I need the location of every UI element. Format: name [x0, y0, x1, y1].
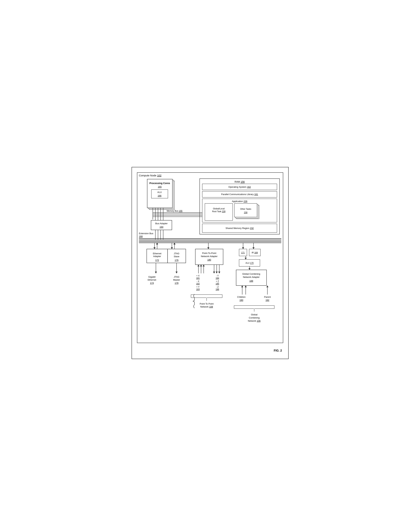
diagram-svg: Compute Node 102 RAM 156 Operating Syste… [135, 171, 285, 355]
ptp-up2-head [200, 264, 202, 266]
alu170-label: ALU 170 [245, 262, 254, 264]
children-ref: 190 [239, 299, 243, 301]
gcn-arrow2-head [252, 247, 254, 249]
jtag-master-label1: JTAG [174, 276, 179, 278]
jtag-slave-ref: 176 [175, 259, 178, 262]
gigabit-label1: Gigabit [148, 276, 156, 278]
alu-ref: 166 [157, 194, 161, 197]
cores-ref: 165 [158, 185, 162, 188]
gcna-label1: Global Combining [242, 273, 260, 275]
gcna-label2: Network Adapter [243, 276, 260, 278]
os-label: Operating System 162 [228, 186, 251, 188]
gcn-network-label1: Global [251, 313, 257, 316]
ptp-down3-head [218, 272, 220, 273]
cores-title: Processing Cores [149, 182, 170, 185]
page-container: Compute Node 102 RAM 156 Operating Syste… [132, 167, 289, 359]
mz-ref: 186 [215, 288, 219, 291]
pcl-label: Parallel Communications Library 161 [221, 193, 258, 196]
px-label: + X [196, 274, 199, 277]
children-arrow2-head [245, 285, 247, 287]
jtag-slave-label2: Slave [174, 255, 179, 258]
ir-label: IR 169 [252, 252, 258, 254]
ptp-up3-head [203, 264, 205, 266]
ptp-network-label1: Point To Point [200, 303, 214, 305]
gcn-network-label3: Network 106 [248, 320, 261, 322]
alu-label: ALU [157, 191, 162, 193]
parent-label: Parent [264, 296, 271, 298]
ram-title: RAM 156 [234, 180, 245, 183]
ptp-brace-left [193, 294, 194, 308]
mx-label: - X [196, 280, 199, 283]
other-tasks-label2: 230 [244, 211, 247, 214]
gigabit-ref: 174 [150, 282, 154, 284]
jtag-arrow-head [171, 247, 173, 249]
gcna-ref: 188 [249, 280, 253, 282]
compute-node-label: Compute Node 102 [139, 174, 161, 177]
ir-alu-head [245, 258, 247, 260]
extension-bus-ref: 168 [139, 235, 143, 238]
parent-arrow-head [266, 285, 268, 287]
children-arrow-head [241, 285, 243, 287]
ethernet-adapter-label: Ethernet [153, 252, 161, 255]
gigabit-label2: Ethernet [148, 279, 156, 281]
root-task-label2: Root Task 228 [212, 210, 225, 213]
ptp-down2-head [215, 272, 218, 273]
pz-label: + Z [216, 280, 219, 283]
ptp-network-label2: Network 108 [200, 305, 213, 308]
ethernet-adapter-ref: 172 [155, 259, 159, 262]
alu-gcna-head [248, 268, 250, 270]
mz-label: - Z [216, 286, 219, 288]
parent-ref: 192 [265, 299, 269, 301]
jtag-master-ref: 178 [175, 282, 178, 284]
smr-label: Shared Memory Region 232 [225, 227, 254, 230]
ptp-up1-head [197, 264, 199, 266]
jtag-slave-label1: JTAG [174, 252, 179, 255]
gcn-arrow1-head [242, 247, 244, 249]
bus-adapter-label: Bus Adapter [155, 222, 168, 225]
jtag-master-label2: Master [173, 279, 180, 281]
ptp-adapter-ref: 180 [207, 258, 211, 261]
ptp-down1-head [213, 272, 215, 273]
root-task-label: Global/Local [213, 207, 225, 210]
memory-bus-label: Memory Bus 155 [167, 210, 183, 212]
gcn-network-label2: Combining [249, 316, 259, 319]
bus-adapter-ref: 194 [159, 226, 163, 228]
my-ref: 184 [215, 277, 219, 279]
ethernet-adapter-label2: Adapter [153, 255, 161, 258]
eth-arrow-head [153, 247, 156, 249]
pz-ref: 185 [215, 283, 219, 285]
my-label: - Y [216, 274, 219, 277]
mx-ref: 182 [196, 283, 200, 285]
ptp-arrow-head [207, 247, 209, 249]
py-ref: 183 [196, 288, 200, 291]
other-tasks-label1: Other Tasks [240, 208, 251, 210]
fig-label: FIG. 2 [273, 349, 282, 352]
py-label: + Y [196, 286, 199, 288]
ptp-adapter-label2: Network Adapter [201, 255, 218, 258]
extension-bus-label: Extension Bus [139, 232, 153, 235]
reg-171-label: 171 [241, 252, 245, 254]
children-label: Children [237, 296, 245, 298]
ptp-adapter-label1: Point-To-Point [202, 252, 216, 254]
bus-adapter-box [151, 220, 172, 230]
eth-down-head [155, 272, 157, 273]
jtag-down-head [175, 272, 177, 273]
app-label: Application 226 [232, 200, 247, 202]
px-ref: 181 [196, 277, 200, 279]
